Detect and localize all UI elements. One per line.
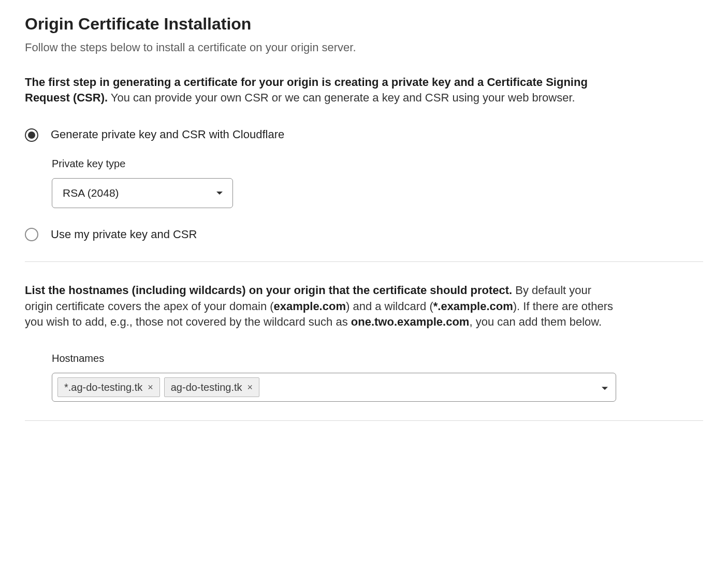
- remove-chip-icon[interactable]: ×: [247, 381, 253, 394]
- hostname-chip-text: *.ag-do-testing.tk: [64, 380, 142, 394]
- radio-generate-csr-label: Generate private key and CSR with Cloudf…: [51, 127, 284, 143]
- step2-description: List the hostnames (including wildcards)…: [25, 283, 615, 330]
- step1-rest: You can provide your own CSR or we can g…: [108, 91, 575, 104]
- step2-bold-c: *.example.com: [433, 300, 513, 313]
- private-key-type-value: RSA (2048): [63, 185, 119, 200]
- divider: [25, 261, 703, 262]
- page-title: Origin Certificate Installation: [25, 12, 703, 36]
- radio-generate-csr[interactable]: [25, 128, 38, 142]
- chevron-down-icon[interactable]: [601, 379, 608, 394]
- remove-chip-icon[interactable]: ×: [148, 381, 153, 394]
- chevron-down-icon: [216, 191, 223, 196]
- divider: [25, 420, 703, 421]
- step2-rest-d: , you can add them below.: [469, 315, 602, 328]
- hostname-chip-text: ag-do-testing.tk: [171, 380, 242, 394]
- radio-use-own-csr[interactable]: [25, 228, 38, 241]
- private-key-type-label: Private key type: [52, 156, 703, 171]
- step2-bold-d: one.two.example.com: [351, 315, 470, 328]
- hostname-chip[interactable]: ag-do-testing.tk ×: [164, 377, 259, 397]
- page-subtitle: Follow the steps below to install a cert…: [25, 40, 703, 56]
- hostname-chip[interactable]: *.ag-do-testing.tk ×: [57, 377, 160, 397]
- step1-description: The first step in generating a certifica…: [25, 75, 615, 107]
- step2-bold-a: List the hostnames (including wildcards)…: [25, 284, 512, 297]
- radio-use-own-csr-label: Use my private key and CSR: [51, 227, 197, 243]
- step2-rest-b: ) and a wildcard (: [346, 300, 433, 313]
- hostnames-label: Hostnames: [52, 351, 703, 365]
- hostnames-input[interactable]: *.ag-do-testing.tk × ag-do-testing.tk ×: [52, 373, 616, 402]
- step2-bold-b: example.com: [274, 300, 346, 313]
- private-key-type-select[interactable]: RSA (2048): [52, 178, 233, 208]
